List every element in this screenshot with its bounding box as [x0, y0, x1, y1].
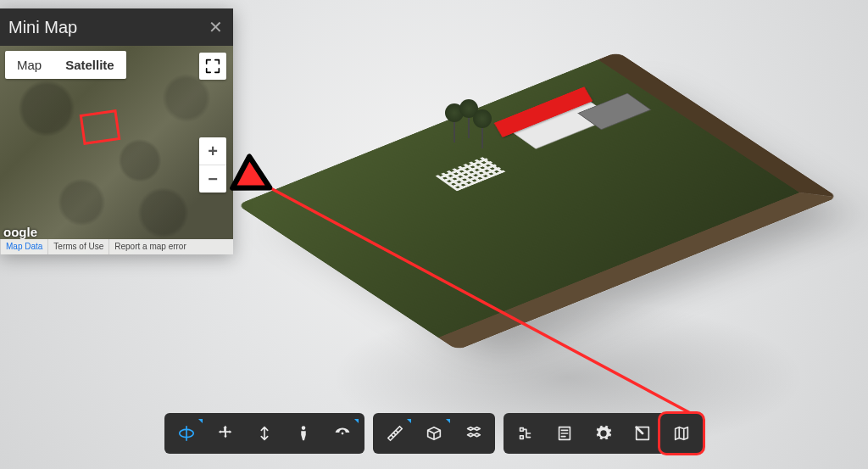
dropdown-indicator-icon	[446, 419, 450, 423]
terms-link[interactable]: Terms of Use	[47, 239, 108, 254]
mini-map-header: Mini Map ✕	[0, 8, 233, 46]
analyze-tool-group	[373, 413, 495, 454]
dropdown-indicator-icon	[407, 419, 411, 423]
tree-icon	[481, 125, 483, 148]
dropdown-indicator-icon	[354, 419, 359, 423]
mini-map-panel: Mini Map ✕ Map Satellite + − oogle Map D…	[0, 8, 233, 254]
model-browser-button[interactable]	[507, 416, 544, 450]
viewer-toolbar	[164, 413, 704, 454]
panel-tool-group	[504, 413, 704, 454]
zoom-button[interactable]	[246, 416, 283, 450]
first-person-button[interactable]	[285, 416, 322, 450]
tree-icon	[468, 114, 470, 138]
mini-map-canvas[interactable]: Map Satellite + − oogle Map Data Terms o…	[0, 46, 233, 254]
svg-point-2	[302, 426, 306, 430]
mini-map-title: Mini Map	[8, 18, 77, 37]
zoom-out-button[interactable]: −	[199, 165, 226, 193]
properties-button[interactable]	[546, 416, 583, 450]
fullscreen-icon[interactable]	[199, 53, 226, 80]
pan-button[interactable]	[207, 416, 244, 450]
svg-point-3	[342, 433, 344, 435]
close-icon[interactable]: ✕	[209, 17, 223, 37]
explode-button[interactable]	[454, 416, 492, 450]
mini-map-button[interactable]	[663, 416, 700, 450]
map-tab-map[interactable]: Map	[5, 51, 53, 79]
model-bounds-marker	[80, 109, 121, 145]
map-type-control: Map Satellite	[5, 51, 126, 79]
viewport-3d[interactable]	[246, 13, 822, 411]
zoom-control: + −	[199, 137, 226, 193]
settings-button[interactable]	[585, 416, 622, 450]
fullscreen-button[interactable]	[624, 416, 661, 450]
google-logo: oogle	[0, 225, 37, 239]
dropdown-indicator-icon	[198, 419, 203, 423]
measure-button[interactable]	[376, 416, 414, 450]
camera-button[interactable]	[324, 416, 361, 450]
map-attribution: Map Data Terms of Use Report a map error	[0, 239, 233, 254]
tree-icon	[453, 119, 455, 142]
zoom-in-button[interactable]: +	[199, 137, 226, 165]
report-link[interactable]: Report a map error	[108, 239, 191, 254]
nav-tool-group	[164, 413, 364, 454]
orbit-button[interactable]	[168, 416, 205, 450]
map-data-link[interactable]: Map Data	[0, 239, 47, 254]
section-button[interactable]	[415, 416, 453, 450]
map-tab-satellite[interactable]: Satellite	[53, 51, 126, 79]
